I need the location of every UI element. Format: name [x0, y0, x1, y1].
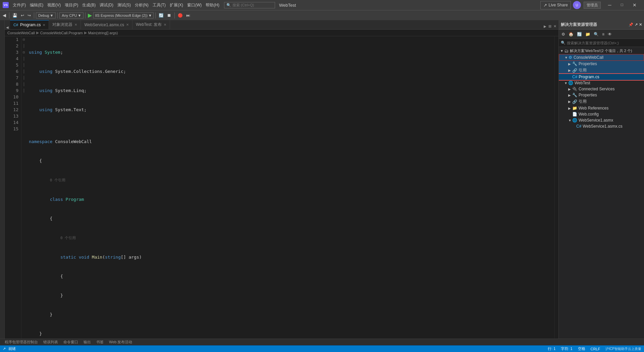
menu-project[interactable]: 项目(P)	[63, 1, 80, 9]
status-row[interactable]: 行: 1	[548, 346, 555, 351]
menu-window[interactable]: 窗口(W)	[185, 1, 204, 9]
tree-node-properties1[interactable]: ▶ 🔧 Properties	[559, 61, 644, 67]
platform-dropdown[interactable]: Any CPU ▼	[59, 12, 84, 18]
reload-btn[interactable]: 🔄	[157, 12, 165, 18]
tree-node-properties2[interactable]: ▶ 🔧 Properties	[559, 92, 644, 98]
tree-node-refs2[interactable]: ▶ 🔗 引用	[559, 98, 644, 105]
debug-config-dropdown[interactable]: Debug ▼	[36, 12, 56, 18]
se-tb-filter[interactable]: 🔍	[592, 31, 600, 37]
tab-object-browser[interactable]: 对象浏览器 ✕	[49, 20, 81, 29]
titlebar: VS 文件(F) 编辑(E) 视图(V) 项目(P) 生成(B) 调试(D) 测…	[0, 0, 644, 10]
web-references-label: Web References	[579, 106, 608, 111]
global-search-box[interactable]: 🔍	[224, 2, 275, 8]
code-editor[interactable]: 1 2 3 4 5 6 7 8 9 10 11 12 13 14 15	[5, 36, 558, 339]
se-search-input[interactable]	[567, 41, 642, 45]
save-all-btn[interactable]: 💾	[11, 12, 19, 18]
status-right-text: 沪ICP智能助手云上质量	[605, 347, 641, 351]
tree-node-webservice1[interactable]: ▼ 🌐 WebService1.asmx	[559, 117, 644, 123]
refs1-arrow: ▶	[568, 69, 572, 72]
tab-scroll-left[interactable]: ◀	[5, 26, 10, 29]
menu-debug[interactable]: 调试(D)	[98, 1, 115, 9]
tab-webservice-label: WebService1.asmx.cs	[84, 23, 124, 27]
live-share-btn[interactable]: ↗ Live Share	[540, 1, 571, 9]
tab-expand-btn[interactable]: ⊞	[548, 24, 552, 29]
refs1-icon: 🔗	[572, 68, 577, 73]
tree-node-web-references[interactable]: ▶ 📁 Web References	[559, 105, 644, 111]
menu-file[interactable]: 文件(F)	[11, 1, 28, 9]
tab-webservice-close[interactable]: ✕	[126, 23, 129, 27]
tab-programcs[interactable]: C# Program.cs ✕	[10, 20, 49, 29]
btab-cmd[interactable]: 命令窗口	[61, 339, 80, 345]
consolewebcall-icon: ⚙	[569, 55, 572, 60]
tree-node-consolewebcall[interactable]: ▼ ⚙ ConsoleWebCall	[559, 54, 644, 61]
maximize-button[interactable]: □	[616, 1, 628, 9]
se-float-btn[interactable]: ↗	[635, 23, 638, 27]
menu-build[interactable]: 生成(B)	[80, 1, 98, 9]
se-tb-collapse[interactable]: 📁	[584, 31, 592, 37]
tree-node-programcs[interactable]: C# Program.cs	[559, 74, 644, 80]
se-tb-properties[interactable]: ⚙	[560, 31, 567, 37]
fold-gutter[interactable]: ⊟ │ ⊟ │ │ │ │ │ │	[21, 36, 26, 339]
menu-help[interactable]: 帮助(H)	[204, 1, 221, 9]
se-tb-preview[interactable]: 👁	[606, 31, 613, 37]
redo-btn[interactable]: ↪	[26, 12, 32, 18]
tab-bar: ◀ C# Program.cs ✕ 对象浏览器 ✕ WebService1.as…	[5, 20, 558, 30]
tab-close-all-btn[interactable]: ✕	[553, 24, 557, 29]
back-btn[interactable]: ◀	[1, 12, 7, 18]
btab-pkg-manager[interactable]: 程序包管理器控制台	[3, 339, 40, 345]
tab-object-browser-close[interactable]: ✕	[74, 23, 77, 27]
stop-btn[interactable]: ⏹	[166, 12, 173, 18]
tree-node-webtest[interactable]: ▼ 🌐 WebTest	[559, 80, 644, 86]
se-pin-btn[interactable]: 📌	[629, 23, 633, 27]
breakpoint-btn[interactable]: 🔴	[176, 12, 184, 18]
se-title: 解决方案资源管理器	[561, 22, 597, 28]
tab-scroll-right[interactable]: ▶	[543, 24, 547, 29]
tab-publish-close[interactable]: ✕	[164, 23, 166, 27]
breadcrumb-class[interactable]: ConsoleWebCall.Program	[40, 31, 83, 35]
search-input[interactable]	[232, 3, 273, 7]
close-button[interactable]: ✕	[628, 1, 641, 9]
editor-vscroll[interactable]	[554, 36, 558, 339]
undo-btn[interactable]: ↩	[19, 12, 25, 18]
status-text: 就绪	[8, 346, 16, 351]
tree-node-webservice1cs[interactable]: C# WebService1.asmx.cs	[559, 123, 644, 129]
menu-edit[interactable]: 编辑(E)	[28, 1, 45, 9]
status-spaces[interactable]: 空格	[578, 346, 585, 351]
btab-web-publish[interactable]: Web 发布活动	[107, 339, 134, 345]
tree-node-webconfig[interactable]: 📄 Web.config	[559, 111, 644, 117]
btab-error-list[interactable]: 错误列表	[41, 339, 60, 345]
tab-webservice[interactable]: WebService1.asmx.cs ✕	[81, 20, 132, 29]
se-tb-settings[interactable]: ≡	[601, 31, 606, 37]
tab-publish[interactable]: WebTest: 发布 ✕	[132, 20, 170, 29]
webtest-label: WebTest	[575, 81, 590, 85]
se-close-btn[interactable]: ✕	[639, 23, 642, 27]
code-content[interactable]: using System; using System.Collections.G…	[26, 36, 554, 339]
se-tb-home[interactable]: 🏠	[567, 31, 575, 37]
menu-extend[interactable]: 扩展(X)	[168, 1, 185, 9]
tree-node-refs1[interactable]: ▶ 🔗 引用	[559, 67, 644, 74]
se-tb-refresh[interactable]: 🔄	[576, 31, 583, 37]
btab-output[interactable]: 输出	[82, 339, 93, 345]
menu-analyze[interactable]: 分析(N)	[133, 1, 151, 9]
run-dropdown[interactable]: IIS Express (Microsoft Edge (2)) ▼	[93, 12, 153, 18]
admin-button[interactable]: 管理员	[584, 2, 601, 9]
user-avatar[interactable]: U	[573, 1, 581, 9]
menu-view[interactable]: 视图(V)	[45, 1, 63, 9]
btab-bookmarks[interactable]: 书签	[94, 339, 106, 345]
menu-test[interactable]: 测试(S)	[115, 1, 133, 9]
step-btn[interactable]: ⏭	[185, 12, 192, 18]
se-search-bar[interactable]: 🔍	[559, 39, 644, 47]
breadcrumb-member[interactable]: Main(string[] args)	[88, 31, 118, 35]
breadcrumb-namespace[interactable]: ConsoleWebCall	[7, 31, 35, 35]
status-col[interactable]: 字符: 1	[561, 346, 572, 351]
web-references-arrow: ▶	[568, 106, 572, 110]
tree-node-solution[interactable]: ▼ 🗂 解决方案'WebTest'(2 个项目，共 2 个)	[559, 48, 644, 54]
status-encoding[interactable]: CRLF	[591, 347, 600, 351]
tab-programcs-close[interactable]: ✕	[43, 23, 45, 27]
tree-node-connected-services[interactable]: ▶ 🔌 Connected Services	[559, 86, 644, 92]
se-tree[interactable]: ▼ 🗂 解决方案'WebTest'(2 个项目，共 2 个) ▼ ⚙ Conso…	[559, 47, 644, 339]
content-area: ◀ C# Program.cs ✕ 对象浏览器 ✕ WebService1.as…	[0, 20, 644, 339]
menu-tools[interactable]: 工具(T)	[151, 1, 168, 9]
left-sidebar	[0, 20, 5, 339]
minimize-button[interactable]: ─	[603, 1, 616, 9]
